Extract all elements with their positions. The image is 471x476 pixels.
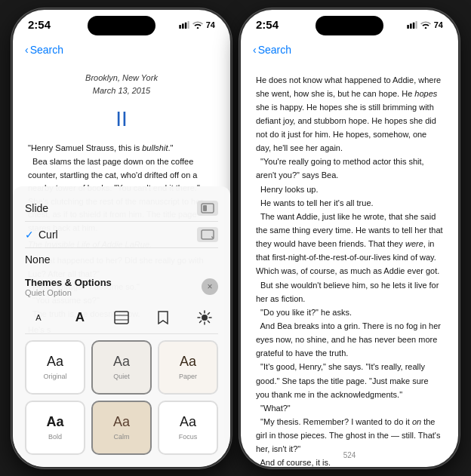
curl-icon <box>197 227 218 242</box>
theme-original[interactable]: Aa Original <box>25 340 85 395</box>
themes-header: Themes & Options Quiet Option × <box>25 277 218 297</box>
chevron-left-icon-right: ‹ <box>253 44 257 56</box>
check-icon: ✓ <box>25 229 34 241</box>
svg-rect-5 <box>203 205 207 211</box>
book-text-right: He does not know what happened to Addie,… <box>241 64 458 468</box>
svg-rect-1 <box>182 23 184 29</box>
themes-grid: Aa Original Aa Quiet Aa Paper <box>25 340 218 455</box>
slide-option-curl[interactable]: ✓ Curl <box>25 222 218 248</box>
theme-focus[interactable]: Aa Focus <box>158 401 218 455</box>
svg-rect-2 <box>185 22 187 28</box>
themes-title-group: Themes & Options Quiet Option <box>25 277 112 297</box>
back-label-left: Search <box>30 44 63 56</box>
layout-icon <box>114 311 129 324</box>
curl-preview-icon <box>201 229 214 240</box>
quiet-option-label: Quiet Option <box>25 288 112 297</box>
svg-line-18 <box>200 321 202 322</box>
theme-calm-name: Calm <box>113 433 129 441</box>
svg-rect-22 <box>415 21 417 29</box>
battery-right: 74 <box>434 20 443 29</box>
brightness-icon <box>197 310 212 325</box>
theme-quiet[interactable]: Aa Quiet <box>91 340 152 395</box>
status-icons-left: 74 <box>179 20 215 29</box>
font-large-button[interactable]: A <box>66 306 94 329</box>
svg-line-17 <box>208 312 209 314</box>
svg-rect-3 <box>187 21 189 29</box>
nav-bar-left: ‹ Search <box>13 37 230 64</box>
bookmark-icon <box>158 311 168 324</box>
brightness-button[interactable] <box>191 306 218 329</box>
time-right: 2:54 <box>256 18 279 31</box>
curl-label: Curl <box>38 229 58 241</box>
time-left: 2:54 <box>28 18 51 31</box>
theme-original-name: Original <box>43 373 66 380</box>
svg-rect-0 <box>179 25 181 29</box>
font-small-button[interactable]: A <box>25 306 52 329</box>
left-phone: 2:54 74 ‹ Search <box>11 8 232 468</box>
slide-label: Slide <box>25 202 48 214</box>
book-location: Brooklyn, New YorkMarch 13, 2015 <box>28 72 215 98</box>
back-button-right[interactable]: ‹ Search <box>253 44 291 56</box>
theme-calm-label: Aa <box>113 414 130 430</box>
theme-focus-label: Aa <box>180 414 196 430</box>
svg-rect-7 <box>115 312 128 324</box>
chevron-left-icon: ‹ <box>25 44 29 56</box>
dynamic-island <box>88 16 155 35</box>
signal-icon <box>179 21 189 29</box>
theme-quiet-label: Aa <box>113 354 130 370</box>
layout-button[interactable] <box>108 306 135 329</box>
svg-rect-19 <box>407 25 409 29</box>
status-icons-right: 74 <box>407 20 443 29</box>
right-phone: 2:54 74 ‹ Search <box>239 8 460 468</box>
themes-title: Themes & Options <box>25 277 112 288</box>
page-number: 524 <box>241 451 458 459</box>
overlay-panel: Slide ✓ Curl <box>13 186 230 467</box>
dynamic-island-right <box>316 16 383 35</box>
battery-left: 74 <box>206 20 215 29</box>
theme-quiet-name: Quiet <box>113 373 130 380</box>
theme-original-label: Aa <box>47 354 63 370</box>
slide-option-none[interactable]: None <box>25 248 218 271</box>
nav-bar-right: ‹ Search <box>241 37 458 64</box>
svg-rect-21 <box>413 22 415 28</box>
slide-icon <box>197 201 218 216</box>
theme-focus-name: Focus <box>179 433 198 441</box>
right-paragraph: He does not know what happened to Addie,… <box>256 73 443 468</box>
back-button-left[interactable]: ‹ Search <box>25 44 63 56</box>
close-icon: × <box>207 281 212 292</box>
none-label: None <box>25 253 50 266</box>
theme-bold[interactable]: Aa Bold <box>25 401 85 455</box>
phones-container: 2:54 74 ‹ Search <box>11 8 460 468</box>
bookmark-button[interactable] <box>149 306 177 329</box>
svg-point-10 <box>202 315 208 321</box>
theme-calm[interactable]: Aa Calm <box>91 401 152 455</box>
signal-icon-right <box>407 21 417 29</box>
slide-preview-icon <box>201 203 214 213</box>
wifi-icon-right <box>420 21 431 29</box>
wifi-icon <box>192 21 203 29</box>
slide-option-slide[interactable]: Slide <box>25 195 218 222</box>
theme-paper-name: Paper <box>179 373 197 380</box>
theme-bold-label: Aa <box>46 414 63 430</box>
theme-paper[interactable]: Aa Paper <box>158 340 218 395</box>
slide-panel: Slide ✓ Curl <box>13 186 230 467</box>
theme-bold-name: Bold <box>48 433 62 441</box>
back-label-right: Search <box>258 44 291 56</box>
svg-line-16 <box>208 321 209 322</box>
theme-paper-label: Aa <box>180 354 196 370</box>
close-button[interactable]: × <box>202 278 218 295</box>
svg-rect-20 <box>410 23 412 29</box>
chapter-number: II <box>28 103 215 137</box>
svg-line-15 <box>200 312 202 314</box>
slide-options: Slide ✓ Curl <box>25 195 218 271</box>
toolbar-row: A A <box>25 302 218 334</box>
